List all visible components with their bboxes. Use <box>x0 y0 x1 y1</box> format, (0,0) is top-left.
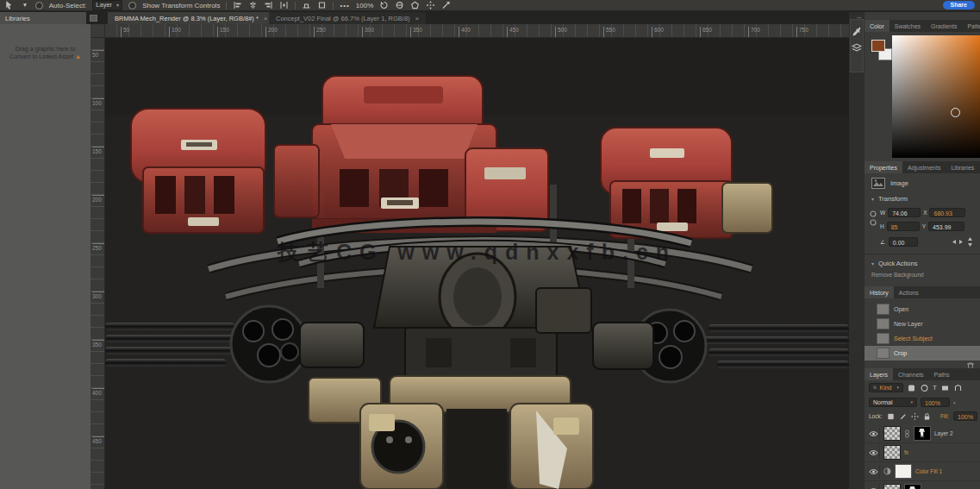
fill-layer-thumbnail[interactable] <box>895 464 912 479</box>
filter-type-icon[interactable]: T <box>933 384 937 392</box>
image-thumbnail-icon <box>871 178 885 189</box>
visibility-toggle[interactable] <box>867 427 880 441</box>
document-tab-2[interactable]: Concept_V02 Final @ 66.7% (Layer 1, RGB/… <box>269 12 426 24</box>
tab-patterns[interactable]: Patterns <box>962 20 980 32</box>
ruler-origin-corner[interactable] <box>91 24 105 38</box>
tab-actions[interactable]: Actions <box>894 286 924 298</box>
align-left-icon[interactable] <box>233 1 242 9</box>
flip-horizontal-icon[interactable] <box>952 238 963 246</box>
lock-pixels-icon[interactable] <box>899 412 907 421</box>
filter-adjustment-icon[interactable] <box>920 384 929 392</box>
left-panel-menu-icon[interactable] <box>90 15 97 22</box>
tab-libraries[interactable]: Libraries <box>946 161 979 173</box>
layer-row[interactable]: fx <box>865 443 980 462</box>
layer-thumbnail[interactable] <box>883 426 901 441</box>
tab-gradients[interactable]: Gradients <box>926 20 962 32</box>
left-panel-tab[interactable]: Libraries <box>0 12 86 24</box>
close-icon[interactable]: × <box>264 15 268 22</box>
legs <box>360 376 593 489</box>
lock-transparency-icon[interactable] <box>887 412 895 421</box>
layer-row[interactable]: Layer 0 <box>865 481 980 489</box>
distribute-horizontal-icon[interactable] <box>279 1 289 9</box>
history-item[interactable]: New Layer <box>865 317 980 331</box>
visibility-toggle[interactable] <box>867 484 880 489</box>
filter-kind-dropdown[interactable]: Kind ▾ <box>869 383 903 392</box>
mode-rotate-icon[interactable] <box>379 1 389 9</box>
mode-orbit-icon[interactable] <box>395 1 404 9</box>
lock-all-icon[interactable] <box>923 412 931 421</box>
visibility-toggle[interactable] <box>867 465 880 479</box>
history-item-selected[interactable]: Crop <box>865 346 980 360</box>
auto-select-checkbox[interactable] <box>35 2 43 9</box>
share-button[interactable]: Share <box>943 1 975 9</box>
link-dimensions-icon[interactable] <box>870 209 877 228</box>
layers-tool-icon[interactable] <box>852 43 862 52</box>
more-options-glyph[interactable]: ••• <box>340 2 349 9</box>
ruler-tick: 600 <box>652 27 664 38</box>
filter-pixel-icon[interactable] <box>907 384 916 392</box>
tab-swatches[interactable]: Swatches <box>889 20 926 32</box>
height-input[interactable]: 85 <box>887 222 920 231</box>
close-icon[interactable]: × <box>415 15 420 22</box>
angle-input[interactable]: 0.00 <box>889 237 918 247</box>
move-tool-icon[interactable] <box>5 1 15 9</box>
align-right-icon[interactable] <box>264 1 273 9</box>
quick-action-item[interactable]: Remove Background <box>871 272 924 278</box>
h-ruler[interactable]: 5010015020025030035040045050055060065070… <box>105 24 849 38</box>
mode-scale-icon[interactable] <box>441 1 451 9</box>
layer-thumbnail[interactable] <box>883 484 901 489</box>
fill-input[interactable]: 100% <box>953 411 977 421</box>
tab-history[interactable]: History <box>865 286 894 298</box>
tab-adjustments[interactable]: Adjustments <box>902 161 946 173</box>
left-pod <box>131 109 265 233</box>
v-ruler[interactable]: 50100150200250300350400450 <box>91 38 105 489</box>
filter-shape-icon[interactable] <box>940 384 950 392</box>
color-gradient-field[interactable] <box>892 35 980 158</box>
snap-icon[interactable] <box>317 1 327 9</box>
width-input[interactable]: 74.06 <box>888 208 921 217</box>
mask-link-icon[interactable] <box>904 429 910 438</box>
mode-pan-icon[interactable] <box>410 1 420 9</box>
tool-preset-chevron[interactable]: ▾ <box>21 1 29 9</box>
eyedropper-tool-icon[interactable] <box>852 27 862 36</box>
x-input[interactable]: 680.93 <box>929 208 965 217</box>
history-item[interactable]: Open <box>865 302 980 317</box>
mode-move3d-icon[interactable] <box>426 1 435 9</box>
tab-channels[interactable]: Channels <box>893 368 929 380</box>
transform-header[interactable]: ▾ Transform <box>871 195 908 203</box>
layer-name[interactable]: Layer 2 <box>934 430 953 436</box>
layer-row[interactable]: Layer 2 <box>865 424 980 443</box>
opacity-chevron[interactable]: ▾ <box>953 400 956 405</box>
layer-thumbnail[interactable] <box>883 445 901 460</box>
document-tab-bar: BRMMA Mech_Render @ 8.3% (Layer, RGB/8#)… <box>0 11 980 24</box>
opacity-input[interactable]: 100% <box>921 398 950 407</box>
tab-properties[interactable]: Properties <box>865 161 902 173</box>
canvas[interactable]: 技艺CG www.qdnxxfb.cn <box>105 38 849 489</box>
visibility-toggle[interactable] <box>867 446 880 460</box>
transform-controls-checkbox[interactable] <box>128 2 136 9</box>
tab-color[interactable]: Color <box>865 20 889 32</box>
dock-grip-icon[interactable]: ▪▪ <box>857 15 862 20</box>
y-input[interactable]: 453.99 <box>928 222 964 231</box>
lock-position-icon[interactable] <box>911 412 919 421</box>
flip-vertical-icon[interactable] <box>966 237 975 247</box>
align-center-icon[interactable] <box>248 1 258 9</box>
layer-mask-thumbnail[interactable] <box>914 426 931 441</box>
blend-mode-dropdown[interactable]: Normal▾ <box>869 398 917 407</box>
tab-paths[interactable]: Paths <box>929 368 955 380</box>
layer-name[interactable]: fx <box>904 449 908 455</box>
tab-layers[interactable]: Layers <box>865 368 893 380</box>
layer-row[interactable]: Color Fill 1 <box>865 462 980 481</box>
quick-actions-header[interactable]: ▾ Quick Actions <box>871 260 917 267</box>
layer-name[interactable]: Color Fill 1 <box>915 468 942 474</box>
ruler-tick: 400 <box>92 388 104 396</box>
ruler-tick: 650 <box>700 27 712 38</box>
history-item[interactable]: Select Subject <box>865 331 980 346</box>
auto-select-dropdown[interactable]: Layer▾ <box>92 0 122 10</box>
document-tab-1[interactable]: BRMMA Mech_Render @ 8.3% (Layer, RGB/8#)… <box>108 12 275 24</box>
color-picker-cursor[interactable] <box>951 108 960 117</box>
align-distribute-more-icon[interactable] <box>302 1 311 9</box>
foreground-color-swatch[interactable] <box>871 40 885 52</box>
layer-mask-thumbnail[interactable] <box>904 484 921 489</box>
filter-smartobject-icon[interactable] <box>953 384 963 392</box>
